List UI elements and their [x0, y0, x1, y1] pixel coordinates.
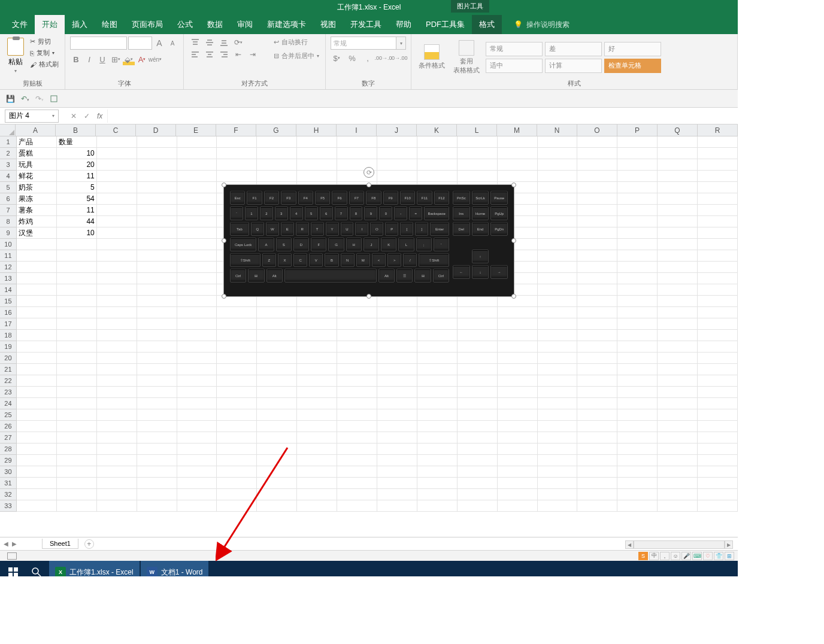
cell[interactable]: 10 — [57, 148, 97, 159]
cell[interactable] — [217, 364, 257, 375]
tell-me-search[interactable]: 💡操作说明搜索 — [514, 15, 569, 34]
cell[interactable] — [538, 443, 578, 455]
cell[interactable] — [658, 466, 698, 478]
cell[interactable] — [337, 421, 377, 432]
cell[interactable] — [498, 364, 538, 375]
cell[interactable] — [417, 136, 458, 148]
cell[interactable] — [538, 159, 578, 171]
cell[interactable] — [337, 443, 377, 455]
cell[interactable] — [377, 307, 417, 318]
cell[interactable] — [498, 307, 538, 318]
cell[interactable] — [498, 353, 538, 364]
cell[interactable] — [658, 284, 698, 296]
cell[interactable] — [177, 353, 217, 364]
cell[interactable] — [137, 250, 177, 262]
cell[interactable] — [257, 398, 297, 409]
column-header[interactable]: K — [417, 124, 457, 136]
cell[interactable] — [658, 216, 698, 227]
cell[interactable] — [458, 478, 498, 489]
start-button[interactable] — [2, 561, 24, 576]
cell[interactable] — [538, 193, 578, 205]
cell[interactable] — [377, 443, 417, 455]
cell[interactable] — [97, 171, 137, 182]
cell[interactable] — [658, 262, 698, 273]
cell[interactable] — [97, 307, 137, 318]
cell[interactable] — [658, 227, 698, 239]
cell[interactable] — [698, 387, 738, 398]
cell[interactable] — [177, 171, 217, 182]
cell[interactable] — [97, 239, 137, 250]
cell[interactable] — [177, 284, 217, 296]
cell[interactable] — [617, 489, 658, 500]
formula-bar[interactable] — [107, 110, 738, 123]
cell[interactable] — [577, 273, 617, 284]
cell[interactable] — [57, 284, 97, 296]
cell[interactable] — [458, 330, 498, 341]
number-format-select[interactable] — [331, 37, 396, 50]
cell[interactable] — [458, 159, 498, 171]
cell[interactable] — [17, 250, 57, 262]
resize-handle-s[interactable] — [366, 294, 371, 299]
cell[interactable] — [698, 296, 738, 307]
cell[interactable] — [217, 421, 257, 432]
cell[interactable] — [217, 375, 257, 387]
cell[interactable] — [177, 296, 217, 307]
cell[interactable] — [337, 398, 377, 409]
cell[interactable] — [417, 432, 458, 443]
cell[interactable] — [97, 148, 137, 159]
cell[interactable] — [337, 432, 377, 443]
cell[interactable] — [577, 443, 617, 455]
row-header[interactable]: 19 — [0, 341, 17, 353]
cell[interactable] — [17, 318, 57, 330]
cell[interactable] — [538, 205, 578, 216]
bold-button[interactable]: B — [70, 53, 82, 65]
cell[interactable] — [297, 364, 337, 375]
cell[interactable] — [97, 284, 137, 296]
cell[interactable] — [137, 136, 177, 148]
cell[interactable] — [257, 409, 297, 421]
search-button[interactable] — [25, 561, 48, 576]
row-header[interactable]: 6 — [0, 193, 17, 205]
cell[interactable] — [297, 398, 337, 409]
cell-styles-gallery[interactable]: 常规差好适中计算检查单元格 — [486, 42, 661, 73]
cell[interactable] — [498, 375, 538, 387]
cell[interactable]: 11 — [57, 205, 97, 216]
cell[interactable] — [658, 432, 698, 443]
cell[interactable] — [17, 421, 57, 432]
cell[interactable] — [137, 398, 177, 409]
cell[interactable] — [337, 455, 377, 466]
underline-button[interactable]: U — [96, 53, 108, 65]
ribbon-tab-开发工具[interactable]: 开发工具 — [343, 15, 389, 34]
fx-label[interactable]: fx — [97, 112, 102, 120]
cell[interactable] — [617, 353, 658, 364]
cell[interactable] — [177, 500, 217, 512]
ribbon-tab-新建选项卡[interactable]: 新建选项卡 — [260, 15, 313, 34]
column-header[interactable]: J — [377, 124, 417, 136]
column-header[interactable]: A — [16, 124, 56, 136]
cell[interactable] — [17, 273, 57, 284]
cell[interactable] — [297, 171, 337, 182]
status-icon[interactable]: 🎤 — [681, 552, 691, 560]
cell[interactable] — [97, 216, 137, 227]
cell[interactable] — [177, 193, 217, 205]
cell[interactable] — [57, 341, 97, 353]
cell[interactable] — [658, 387, 698, 398]
cell[interactable] — [617, 466, 658, 478]
cell[interactable] — [577, 318, 617, 330]
resize-handle-se[interactable] — [511, 294, 516, 299]
cell[interactable] — [377, 478, 417, 489]
cell[interactable] — [417, 159, 458, 171]
cell[interactable] — [377, 375, 417, 387]
fill-color-button[interactable]: ⬙▾ — [123, 53, 135, 65]
cell[interactable] — [538, 478, 578, 489]
cell[interactable] — [698, 205, 738, 216]
cell[interactable] — [57, 262, 97, 273]
cell[interactable] — [577, 341, 617, 353]
cell[interactable] — [577, 296, 617, 307]
record-macro-icon[interactable] — [7, 552, 17, 560]
add-sheet-button[interactable]: + — [84, 539, 94, 549]
cell[interactable] — [217, 466, 257, 478]
cell[interactable] — [137, 239, 177, 250]
cell[interactable] — [137, 500, 177, 512]
percent-button[interactable]: % — [346, 52, 358, 64]
